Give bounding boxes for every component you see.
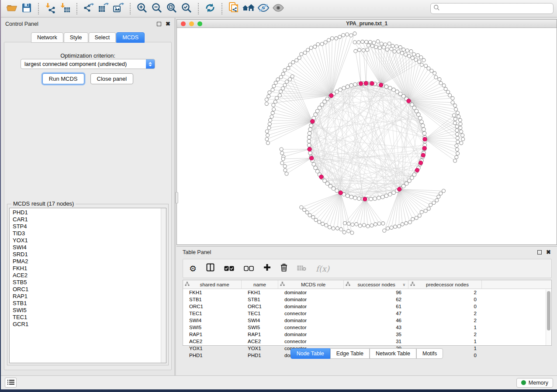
show-task-history-button[interactable]	[5, 378, 17, 388]
cell-name: FKH1	[242, 289, 278, 296]
clear-table-button[interactable]	[297, 264, 306, 273]
toolbar-separator	[130, 3, 131, 14]
deselect-all-rows-button[interactable]	[244, 264, 254, 273]
select-all-rows-button[interactable]	[224, 264, 234, 273]
tab-edge-table[interactable]: Edge Table	[330, 348, 370, 359]
mcds-result-item[interactable]: CAR1	[10, 216, 161, 223]
zoom-fit-button[interactable]	[164, 2, 179, 16]
mcds-result-item[interactable]: TEC1	[10, 314, 161, 321]
zoom-selected-icon	[181, 2, 192, 15]
control-panel-title: Control Panel	[5, 21, 38, 27]
first-neighbors-button[interactable]	[241, 2, 256, 16]
tab-motifs[interactable]: Motifs	[416, 348, 443, 359]
cell-shared_name: TEC1	[183, 310, 242, 317]
table-row[interactable]: SWI4SWI4dominator462	[183, 317, 551, 324]
table-row[interactable]: SWI5SWI5connector431	[183, 324, 551, 331]
mcds-result-item[interactable]: SRD1	[10, 251, 161, 258]
zoom-in-button[interactable]	[135, 2, 149, 16]
mcds-result-item[interactable]: ORC1	[10, 286, 161, 293]
table-row[interactable]: RAP1RAP1dominator352	[183, 331, 551, 338]
mcds-result-item[interactable]: STP4	[10, 223, 161, 230]
search-input[interactable]	[440, 6, 550, 12]
show-all-button[interactable]	[271, 2, 286, 16]
sitemap-icon	[185, 282, 190, 287]
table-row[interactable]: FKH1FKH1dominator962	[183, 289, 551, 296]
close-table-panel-icon[interactable]: ✖	[546, 250, 551, 254]
mcds-result-item[interactable]: STB1	[10, 300, 161, 307]
control-panel-titlebar: Control Panel ✖	[1, 18, 175, 30]
hide-selected-button[interactable]	[256, 2, 271, 16]
table-settings-button[interactable]: ⚙	[189, 264, 197, 274]
table-scrollbar-thumb[interactable]	[547, 291, 550, 330]
column-header-predecessor-nodes[interactable]: predecessor nodes	[408, 280, 482, 289]
tab-select[interactable]: Select	[89, 32, 116, 43]
export-network-button[interactable]	[81, 2, 96, 16]
unchecked-boxes-icon	[244, 264, 254, 273]
function-builder-button[interactable]: f(x)	[316, 264, 329, 273]
mcds-result-item[interactable]: STB5	[10, 279, 161, 286]
node-table: shared namenameMCDS rolesuccessor nodes∨…	[183, 280, 552, 346]
columns-icon	[206, 263, 214, 274]
table-row[interactable]: STB1STB1dominator620	[183, 296, 551, 303]
cell-predecessor_nodes: 2	[408, 331, 482, 338]
cell-shared_name: RAP1	[183, 331, 242, 338]
mcds-result-item[interactable]: YOX1	[10, 237, 161, 244]
memory-button[interactable]: Memory	[516, 378, 553, 388]
mcds-result-item[interactable]: TID3	[10, 230, 161, 237]
close-panel-button[interactable]: Close panel	[90, 73, 134, 84]
mcds-result-item[interactable]: ACE2	[10, 272, 161, 279]
column-header-shared-name[interactable]: shared name	[183, 280, 242, 289]
export-table-icon	[98, 2, 109, 15]
panel-divider-grabber[interactable]	[175, 192, 178, 203]
mcds-result-item[interactable]: SWI4	[10, 244, 161, 251]
create-column-button[interactable]	[263, 264, 271, 273]
apply-layout-button[interactable]	[203, 2, 218, 16]
mcds-result-item[interactable]: SWI5	[10, 307, 161, 314]
criterion-dropdown[interactable]: largest connected component (undirected)	[21, 59, 155, 69]
zoom-selected-button[interactable]	[179, 2, 194, 16]
cell-shared_name: SWI4	[183, 317, 242, 324]
table-panel-title: Table Panel	[183, 249, 211, 255]
import-table-button[interactable]	[58, 2, 73, 16]
sitemap-icon	[410, 282, 415, 287]
float-panel-icon[interactable]	[157, 22, 161, 26]
mcds-result-scrollbar[interactable]	[161, 208, 166, 363]
tab-mcds[interactable]: MCDS	[116, 32, 145, 43]
column-header-name[interactable]: name	[242, 280, 278, 289]
tab-network-table[interactable]: Network Table	[370, 348, 416, 359]
network-canvas[interactable]	[177, 28, 557, 244]
delete-column-button[interactable]	[280, 263, 287, 274]
mcds-result-item[interactable]: PMA2	[10, 258, 161, 265]
zoom-out-button[interactable]	[149, 2, 164, 16]
export-image-button[interactable]	[111, 2, 126, 16]
tab-node-table[interactable]: Node Table	[291, 348, 330, 359]
tab-network[interactable]: Network	[31, 32, 63, 43]
save-session-button[interactable]	[19, 2, 34, 16]
new-network-from-selection-button[interactable]	[226, 2, 241, 16]
cell-predecessor_nodes: 2	[408, 310, 482, 317]
table-scrollbar[interactable]	[546, 289, 551, 345]
open-file-button[interactable]	[4, 2, 19, 16]
column-header-successor-nodes[interactable]: successor nodes∨	[344, 280, 408, 289]
mcds-result-item[interactable]: FKH1	[10, 265, 161, 272]
import-network-button[interactable]	[43, 2, 58, 16]
table-toolbar: ⚙ f(x)	[183, 259, 552, 278]
cell-predecessor_nodes: 2	[408, 317, 482, 324]
mcds-result-item[interactable]: RAP1	[10, 293, 161, 300]
close-panel-icon[interactable]: ✖	[166, 22, 170, 26]
cell-mcds_role: connector	[278, 338, 344, 345]
show-columns-button[interactable]	[206, 263, 214, 274]
tab-style[interactable]: Style	[64, 32, 88, 43]
cell-shared_name: ORC1	[183, 303, 242, 310]
export-table-button[interactable]	[96, 2, 111, 16]
network-window: YPA_prune.txt_1	[176, 19, 557, 245]
table-row[interactable]: ACE2ACE2connector311	[183, 338, 551, 345]
table-row[interactable]: ORC1ORC1dominator610	[183, 303, 551, 310]
float-table-panel-icon[interactable]	[537, 250, 542, 254]
table-row[interactable]: TEC1TEC1connector472	[183, 310, 551, 317]
mcds-result-item[interactable]: GCR1	[10, 321, 161, 328]
column-header-MCDS-role[interactable]: MCDS role	[278, 280, 344, 289]
cell-predecessor_nodes: 1	[408, 338, 482, 345]
mcds-result-item[interactable]: PHD1	[10, 209, 161, 216]
run-mcds-button[interactable]: Run MCDS	[42, 73, 84, 84]
